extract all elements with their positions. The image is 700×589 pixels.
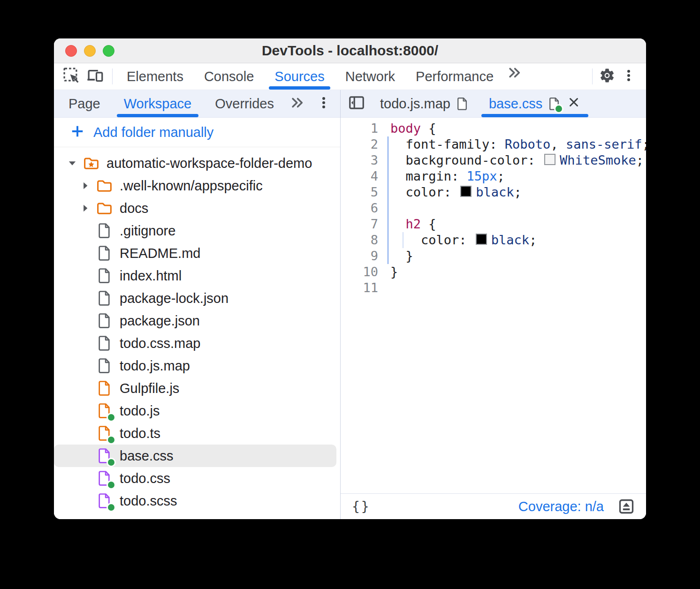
code-line: 11 [341, 280, 646, 296]
code-text: ; [642, 137, 646, 151]
more-navigator-tabs-button[interactable] [286, 90, 309, 117]
caret-right-icon[interactable] [80, 203, 95, 213]
file-icon [95, 469, 113, 487]
line-number[interactable]: 11 [341, 280, 378, 296]
tab-elements[interactable]: Elements [116, 63, 194, 90]
file-icon [95, 424, 113, 442]
more-options-button[interactable] [618, 66, 639, 87]
folder-icon [95, 177, 113, 195]
settings-button[interactable] [596, 66, 618, 87]
document-icon [456, 97, 468, 111]
code-text: color: [390, 185, 459, 199]
code-line: 2 font-family: Roboto, sans-serif; [341, 136, 646, 152]
tree-item-label: todo.scss [120, 493, 177, 509]
line-number[interactable]: 4 [341, 168, 378, 184]
tree-item-gitignore[interactable]: .gitignore [54, 219, 340, 242]
line-number[interactable]: 5 [341, 184, 378, 200]
close-window-button[interactable] [65, 45, 77, 57]
document-icon [548, 97, 560, 111]
minimize-window-button[interactable] [84, 45, 96, 57]
line-number[interactable]: 1 [341, 121, 378, 136]
tab-console[interactable]: Console [194, 63, 264, 90]
close-tab-button[interactable] [567, 95, 581, 113]
active-tab-underline [481, 114, 588, 117]
line-number[interactable]: 3 [341, 152, 378, 168]
code-text [390, 217, 406, 231]
code-line-content: color: black; [378, 232, 646, 248]
eject-icon[interactable] [618, 498, 635, 515]
code-line: 7 h2 { [341, 216, 646, 232]
css-selector: body [390, 121, 421, 136]
tab-page[interactable]: Page [57, 90, 112, 117]
tab-network[interactable]: Network [335, 63, 405, 90]
add-folder-button[interactable]: Add folder manually [54, 118, 340, 147]
add-folder-label: Add folder manually [93, 125, 213, 140]
tree-item-label: todo.js.map [120, 358, 190, 374]
more-panels-button[interactable] [504, 63, 525, 84]
caret-down-icon[interactable] [67, 158, 82, 168]
double-chevron-icon [289, 95, 305, 113]
device-toolbar-button[interactable] [84, 66, 106, 87]
line-number[interactable]: 10 [341, 264, 378, 280]
navigator-tabbar: PageWorkspaceOverrides [54, 90, 340, 118]
tree-item-index-html[interactable]: index.html [54, 264, 340, 287]
tree-item-todo-js[interactable]: todo.js [54, 400, 340, 422]
tree-item-docs[interactable]: docs [54, 197, 340, 219]
line-number[interactable]: 2 [341, 136, 378, 152]
editor-tab-todo-js-map[interactable]: todo.js.map [370, 90, 479, 117]
navigator-panel: PageWorkspaceOverrides Add folder manual… [54, 90, 341, 519]
line-number[interactable]: 7 [341, 216, 378, 232]
tree-item-well-known-appspecific[interactable]: .well-known/appspecific [54, 174, 340, 197]
tree-item-todo-scss[interactable]: todo.scss [54, 490, 340, 512]
editor-tab-base-css[interactable]: base.css [479, 90, 591, 117]
modified-dot [555, 106, 562, 112]
active-tab-underline [117, 114, 199, 117]
color-swatch[interactable] [544, 154, 555, 165]
line-number[interactable]: 9 [341, 248, 378, 264]
navigator-toggle-button[interactable] [343, 90, 370, 117]
color-swatch[interactable] [460, 186, 472, 197]
css-value: WhiteSmoke [560, 153, 636, 167]
code-text: margin: [390, 169, 467, 183]
line-number[interactable]: 6 [341, 200, 378, 216]
caret-right-icon[interactable] [80, 181, 95, 191]
tree-item-readme-md[interactable]: README.md [54, 242, 340, 264]
tree-item-todo-css[interactable]: todo.css [54, 467, 340, 490]
code-editor[interactable]: 1body {2 font-family: Roboto, sans-serif… [341, 118, 646, 493]
tree-item-package-json[interactable]: package.json [54, 310, 340, 332]
code-line: 8 color: black; [341, 232, 646, 248]
tree-item-label: todo.css [120, 471, 170, 486]
tree-item-todo-css-map[interactable]: todo.css.map [54, 332, 340, 355]
code-line-content: color: black; [378, 184, 646, 200]
coverage-link[interactable]: Coverage: n/a [518, 499, 604, 514]
tree-item-package-lock-json[interactable]: package-lock.json [54, 287, 340, 310]
code-text: { [421, 217, 436, 231]
code-text: , [550, 137, 566, 151]
device-toolbar-icon [86, 67, 104, 86]
tab-overrides[interactable]: Overrides [203, 90, 286, 117]
tab-label: todo.js.map [380, 96, 450, 112]
tab-performance[interactable]: Performance [405, 63, 504, 90]
inspect-button[interactable] [61, 66, 82, 87]
indent-guide [388, 136, 388, 152]
color-swatch[interactable] [476, 234, 487, 245]
code-text: { [421, 121, 436, 136]
tree-item-base-css[interactable]: base.css [54, 445, 336, 467]
line-number[interactable]: 8 [341, 232, 378, 248]
file-icon [95, 334, 113, 352]
tree-item-automatic-workspace-folder-demo[interactable]: automatic-workspace-folder-demo [54, 152, 340, 174]
file-icon [95, 447, 113, 465]
file-icon [95, 357, 113, 375]
code-line-content: body { [378, 121, 646, 136]
tab-workspace[interactable]: Workspace [112, 90, 204, 117]
zoom-window-button[interactable] [103, 45, 114, 57]
tree-item-todo-ts[interactable]: todo.ts [54, 422, 340, 445]
tree-item-todo-js-map[interactable]: todo.js.map [54, 355, 340, 377]
pretty-print-button[interactable]: {} [352, 499, 371, 514]
navigator-menu-button[interactable] [316, 90, 340, 117]
file-icon [95, 492, 113, 510]
code-line: 6 [341, 200, 646, 216]
tree-item-gulpfile-js[interactable]: Gulpfile.js [54, 377, 340, 400]
editor-tabbar: todo.js.mapbase.css [341, 90, 646, 118]
tab-sources[interactable]: Sources [264, 63, 335, 90]
